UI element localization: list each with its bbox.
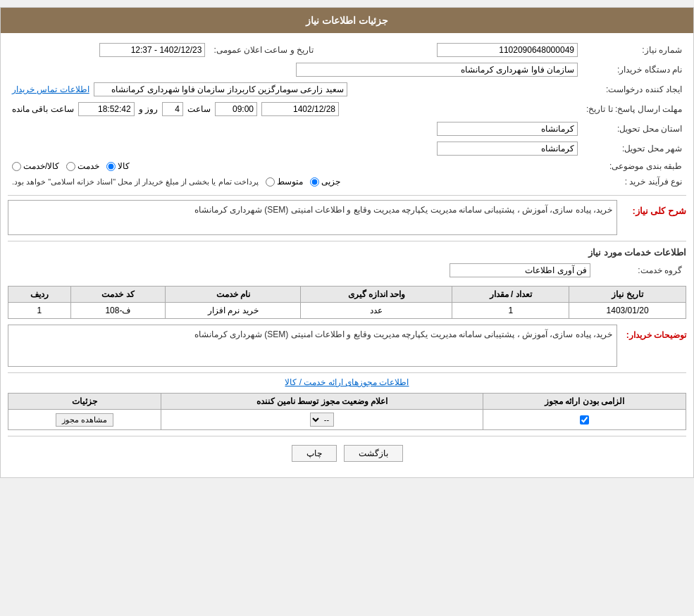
province-label: استان محل تحویل:: [582, 119, 686, 139]
licenses-link[interactable]: اطلاعات مجوزهای ارائه خدمت / کالا: [285, 377, 409, 387]
view-license-button[interactable]: مشاهده مجوز: [56, 413, 113, 427]
col-service-code: کد خدمت: [70, 287, 166, 303]
need-desc-row: شرح کلی نیاز: خرید، پیاده سازی، آموزش ، …: [8, 200, 686, 235]
purchase-type-mutavaset-label: متوسط: [277, 177, 303, 187]
need-number-label: شماره نیاز:: [582, 40, 686, 60]
license-status: --: [161, 410, 483, 430]
deadline-remaining-label: ساعت باقی مانده: [12, 104, 74, 114]
purchase-type-mutavaset-radio[interactable]: [266, 177, 275, 187]
category-khidmat[interactable]: خدمت: [66, 161, 99, 171]
table-row: 1403/01/20 1 عدد خرید نرم افزار ف-108 1: [8, 303, 686, 319]
back-button[interactable]: بازگشت: [344, 445, 403, 462]
category-kala-khidmat-label: کالا/خدمت: [23, 161, 59, 171]
city-cell: کرمانشاه: [8, 139, 582, 158]
col-details: جزئیات: [8, 394, 161, 410]
buyer-desc-label: توضیحات خریدار:: [623, 330, 686, 340]
category-kala-khidmat-radio[interactable]: [12, 162, 21, 171]
cell-quantity: 1: [452, 303, 569, 319]
purchase-type-jozi[interactable]: جزیی: [310, 177, 340, 187]
deadline-date-value: 1402/12/28: [261, 102, 339, 116]
deadline-time-value: 09:00: [215, 102, 257, 116]
category-cell: کالا/خدمت خدمت کالا: [8, 158, 582, 174]
buyer-org-value: سازمان فاوا شهرداری کرمانشاه: [296, 63, 578, 77]
cell-service-code: ف-108: [70, 303, 166, 319]
col-service-name: نام خدمت: [166, 287, 301, 303]
need-desc-label: شرح کلی نیاز:: [623, 206, 686, 216]
purchase-type-jozi-radio[interactable]: [310, 177, 319, 187]
print-button[interactable]: چاپ: [292, 445, 337, 462]
divider-1: [8, 195, 686, 196]
deadline-cell: ساعت باقی مانده 18:52:42 روز و 4 ساعت 09…: [8, 99, 582, 119]
category-khidmat-label: خدمت: [78, 161, 99, 171]
city-label: شهر محل تحویل:: [582, 139, 686, 158]
licenses-section: الزامی بودن ارائه مجوز اعلام وضعیت مجوز …: [8, 393, 686, 430]
city-value: کرمانشاه: [437, 142, 578, 156]
category-kala-radio[interactable]: [106, 162, 116, 171]
form-table-row1: شماره نیاز: 1102090648000049 تاریخ و ساع…: [8, 40, 686, 189]
purchase-type-cell: پرداخت تمام یا بخشی از مبلغ خریدار از مح…: [8, 174, 582, 189]
need-number-cell: 1102090648000049: [318, 40, 582, 60]
col-status: اعلام وضعیت مجوز توسط نامین کننده: [161, 394, 483, 410]
need-desc-value: خرید، پیاده سازی، آموزش ، پشتیبانی سامان…: [8, 200, 617, 235]
divider-3: [8, 372, 686, 373]
creator-value: سعید زارعی سومارگزین کاربرداز سازمان فاو…: [94, 82, 347, 96]
page-title: جزئیات اطلاعات نیاز: [306, 15, 388, 26]
required-checkbox[interactable]: [580, 415, 589, 425]
buyer-org-cell: سازمان فاوا شهرداری کرمانشاه: [8, 60, 582, 80]
purchase-date-cell: 1402/12/23 - 12:37: [8, 40, 209, 60]
deadline-time-label: ساعت: [187, 104, 211, 114]
divider-4: [8, 436, 686, 436]
deadline-days-value: 4: [162, 102, 183, 116]
licenses-link-container: اطلاعات مجوزهای ارائه خدمت / کالا: [8, 377, 686, 387]
deadline-label: مهلت ارسال پاسخ: تا تاریخ:: [582, 99, 686, 119]
buyer-desc-row: توضیحات خریدار: خرید، پیاده سازی، آموزش …: [8, 325, 686, 367]
buyer-org-label: نام دستگاه خریدار:: [582, 60, 686, 80]
category-kala-label: کالا: [118, 161, 130, 171]
purchase-type-mutavaset[interactable]: متوسط: [266, 177, 303, 187]
province-cell: کرمانشاه: [8, 119, 582, 139]
category-khidmat-radio[interactable]: [66, 162, 75, 171]
category-label: طبقه بندی موضوعی:: [582, 158, 686, 174]
licenses-table: الزامی بودن ارائه مجوز اعلام وضعیت مجوز …: [8, 393, 686, 430]
deadline-day-label: روز و: [139, 104, 158, 114]
col-required: الزامی بودن ارائه مجوز: [483, 394, 686, 410]
list-item: -- مشاهده مجوز: [8, 410, 686, 430]
buyer-desc-value: خرید، پیاده سازی، آموزش ، پشتیبانی سامان…: [8, 325, 617, 367]
creator-cell: اطلاعات تماس خریدار سعید زارعی سومارگزین…: [8, 80, 582, 99]
creator-label: ایجاد کننده درخواست:: [582, 80, 686, 99]
license-details: مشاهده مجوز: [8, 410, 161, 430]
divider-2: [8, 241, 686, 241]
col-row-num: ردیف: [8, 287, 71, 303]
service-group-value: فن آوری اطلاعات: [450, 263, 590, 277]
service-group-cell: فن آوری اطلاعات: [8, 260, 595, 280]
cell-service-name: خرید نرم افزار: [166, 303, 301, 319]
status-select[interactable]: --: [310, 413, 334, 427]
purchase-type-label: نوع فرآیند خرید :: [582, 174, 686, 189]
cell-date: 1403/01/20: [569, 303, 686, 319]
category-kala-khidmat[interactable]: کالا/خدمت: [12, 161, 59, 171]
col-unit: واحد اندازه گیری: [301, 287, 452, 303]
need-number-value: 1102090648000049: [437, 43, 578, 57]
deadline-remaining-value: 18:52:42: [78, 102, 135, 116]
services-table: تاریخ نیاز تعداد / مقدار واحد اندازه گیر…: [8, 286, 686, 319]
purchase-date-label: تاریخ و ساعت اعلان عمومی:: [209, 40, 318, 60]
category-kala[interactable]: کالا: [106, 161, 130, 171]
purchase-type-note: پرداخت تمام یا بخشی از مبلغ خریدار از مح…: [12, 177, 259, 187]
purchase-date-value: 1402/12/23 - 12:37: [99, 43, 205, 57]
cell-row-num: 1: [8, 303, 71, 319]
license-required: [483, 410, 686, 430]
col-quantity: تعداد / مقدار: [452, 287, 569, 303]
purchase-type-jozi-label: جزیی: [321, 177, 340, 187]
page-header: جزئیات اطلاعات نیاز: [1, 8, 693, 33]
province-value: کرمانشاه: [437, 122, 578, 136]
bottom-buttons: بازگشت چاپ: [8, 445, 686, 462]
col-date: تاریخ نیاز: [569, 287, 686, 303]
service-group-table: گروه خدمت: فن آوری اطلاعات: [8, 260, 686, 280]
service-group-label: گروه خدمت:: [595, 260, 686, 280]
cell-unit: عدد: [301, 303, 452, 319]
services-label: اطلاعات خدمات مورد نیاز: [8, 247, 686, 258]
contact-link[interactable]: اطلاعات تماس خریدار: [12, 84, 89, 94]
